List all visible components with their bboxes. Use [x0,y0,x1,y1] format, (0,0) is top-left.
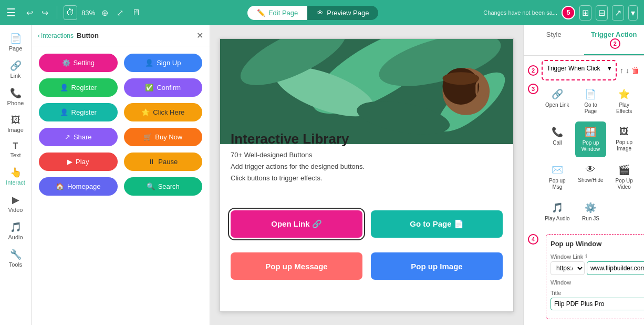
image-icon: 🖼 [11,115,20,126]
title-group: Title [550,290,644,310]
popup-image-canvas-button[interactable]: Pop up Image [371,252,503,280]
sidebar-item-text[interactable]: T Text [0,138,31,161]
leaves-svg [220,39,513,144]
close-button[interactable]: ✕ [196,31,203,40]
action-popup-video[interactable]: 🎬 Pop Up Video [608,159,640,195]
setting-button[interactable]: ⚙️ Setting [39,54,118,72]
trigger-arrows: ↑ ↓ 🗑 [620,66,640,75]
text-icon: T [13,141,18,151]
show-hide-icon: 👁 [586,164,595,175]
sidebar-item-video[interactable]: ▶ Video [0,191,31,216]
run-js-icon: ⚙️ [585,202,596,214]
register-button-1[interactable]: 👤 Register [39,78,118,97]
action-go-to-page[interactable]: 📄 Go to Page [575,84,607,119]
window-link-group: Window Link ℹ https:// [550,253,644,275]
zoom-in-button[interactable]: ⊕ [99,6,110,20]
trigger-dropdown-container: Trigger When Click ▾ [542,60,617,80]
zoom-level: 83% [81,9,95,17]
open-link-icon: 🔗 [552,88,563,100]
move-down-button[interactable]: ↓ [626,66,629,75]
pause-button[interactable]: ⏸ Pause [124,153,203,171]
interactions-header: ‹ Interactions Button ✕ [32,25,210,46]
popup-window-title: Pop up Window [550,240,601,248]
share-icon[interactable]: ↗ [612,5,624,21]
grid-icon[interactable]: ⊞ [579,5,591,21]
sidebar-item-audio[interactable]: 🎵 Audio [0,218,31,243]
homepage-button[interactable]: 🏠 Homepage [39,177,118,196]
canvas-background [220,39,513,144]
canvas-subtitle: 70+ Well-designed Buttons Add trigger ac… [231,149,365,184]
phone-icon: 📞 [10,87,22,99]
action-show-hide[interactable]: 👁 Show/Hide [575,159,607,195]
back-button[interactable]: ‹ Interactions [38,32,74,39]
window-link-inputs: https:// [550,261,644,275]
svg-point-9 [442,72,479,85]
menu-icon[interactable]: ☰ [6,6,16,19]
action-popup-image[interactable]: 🖼 Pop up Image [608,121,640,157]
action-play-effects[interactable]: ⭐ Play Effects [608,84,640,119]
action-popup-window[interactable]: 🪟 Pop up Window [575,121,607,157]
play-button[interactable]: ▶ Play [39,153,118,171]
info-icon[interactable]: ℹ [585,253,587,260]
delete-trigger-button[interactable]: 🗑 [631,66,640,75]
tab-style[interactable]: Style [524,25,584,55]
interactions-panel: ‹ Interactions Button ✕ ⚙️ Setting 👤 Sig… [32,25,210,325]
sidebar-item-tools[interactable]: 🔧 Tools [0,246,31,271]
search-button[interactable]: 🔍 Search [124,177,203,196]
move-up-button[interactable]: ↑ [620,66,624,75]
canvas-area: Interactive Library 70+ Well-designed Bu… [210,25,523,325]
action-call[interactable]: 📞 Call [542,121,573,157]
sidebar-item-image[interactable]: 🖼 Image [0,111,31,136]
sidebar-item-phone[interactable]: 📞 Phone [0,84,31,109]
popup-window-header: Pop up Window ✕ [550,239,644,249]
badge-1: 2 [610,38,620,49]
click-here-button[interactable]: ⭐ Click Here [124,103,203,121]
action-run-js[interactable]: ⚙️ Run JS [575,197,607,227]
action-open-link[interactable]: 🔗 Open Link [542,84,573,119]
current-breadcrumb: Button [77,32,99,39]
protocol-select[interactable]: https:// [550,261,585,275]
popup-message-canvas-button[interactable]: Pop up Message [231,252,362,280]
action-play-audio[interactable]: 🎵 Play Audio [542,197,573,227]
sidebar-item-page[interactable]: 📄 Page [0,29,31,55]
sidebar-item-link[interactable]: 🔗 Link [0,57,31,82]
action-popup-msg[interactable]: ✉️ Pop up Msg [542,159,573,195]
window-label: Window [550,279,644,286]
right-panel: Style Trigger Action 2 2 Trigger When Cl… [523,25,644,325]
title-input[interactable] [550,298,644,310]
timer-icon: ⏱ [64,5,77,20]
sidebar-item-interact[interactable]: 👆 Interact [0,164,31,189]
register-button-2[interactable]: 👤 Register [39,103,118,121]
edit-page-button[interactable]: ✏️ Edit Page [247,6,307,20]
play-audio-icon: 🎵 [552,202,563,214]
page-icon: 📄 [10,33,22,44]
confirm-button[interactable]: ✅ Confirm [124,78,203,97]
buy-now-button[interactable]: 🛒 Buy Now [124,128,203,146]
link-icon: 🔗 [10,60,22,72]
sign-up-button[interactable]: 👤 Sign Up [124,54,203,72]
trigger-dropdown[interactable]: Trigger When Click ▾ [545,63,614,73]
go-to-page-canvas-button[interactable]: Go to Page 📄 [371,210,503,238]
layout-icon[interactable]: ⊟ [596,5,608,21]
canvas-row1-buttons: Open Link 🔗 Go to Page 📄 [231,210,503,238]
device-preview-button[interactable]: 🖥 [130,6,142,19]
badge-5[interactable]: 5 [562,6,575,19]
popup-window-section: Pop up Window ✕ Window Link ℹ https:// [546,234,644,319]
more-icon[interactable]: ▾ [628,5,638,21]
fullscreen-button[interactable]: ⤢ [115,6,126,20]
audio-icon: 🎵 [10,221,22,233]
tools-icon: 🔧 [10,249,22,260]
canvas-title: Interactive Library [231,131,349,147]
window-link-label: Window Link ℹ [550,253,644,260]
url-input[interactable] [587,261,644,275]
topbar-right: Changes have not been sa... 5 ⊞ ⊟ ↗ ▾ [483,5,638,21]
preview-page-button[interactable]: 👁 Preview Page [307,6,378,20]
open-link-canvas-button[interactable]: Open Link 🔗 [231,210,362,238]
video-icon: ▶ [12,194,19,206]
share-button[interactable]: ↗ Share [39,128,118,146]
redo-button[interactable]: ↪ [39,6,50,20]
topbar-center: ✏️ Edit Page 👁 Preview Page [147,6,479,20]
badge-4: 4 [528,234,538,245]
tab-trigger-action[interactable]: Trigger Action 2 [584,25,645,55]
undo-button[interactable]: ↩ [24,6,35,20]
